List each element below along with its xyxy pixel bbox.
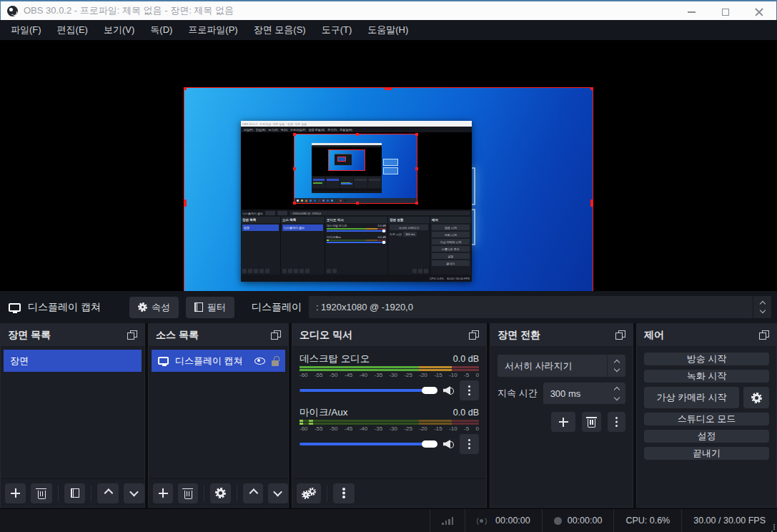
popout-dock-icon[interactable] xyxy=(271,330,281,340)
meter-tick-label: -45 xyxy=(345,372,353,378)
display-capture-source[interactable]: OBS 30.0.2 - 프로파일: 제목 없음 - 장면: 제목 없음 파일(… xyxy=(184,87,593,319)
menu-item-6[interactable]: 도구(T) xyxy=(314,20,360,40)
resize-handle-mid-left[interactable] xyxy=(184,200,187,207)
menu-item-0[interactable]: 파일(F) xyxy=(3,20,49,40)
scene-filters-button[interactable] xyxy=(64,483,85,503)
add-transition-button[interactable] xyxy=(551,412,575,432)
resize-handle-top-right[interactable] xyxy=(590,87,593,90)
captured-capture-region-level3 xyxy=(328,149,365,171)
menu-item-5[interactable]: 장면 모음(S) xyxy=(246,20,314,40)
channel-options-button[interactable] xyxy=(460,380,479,400)
select-carets-icon xyxy=(753,296,771,318)
virtual-camera-settings-button[interactable] xyxy=(743,387,769,408)
controls-dock: 제어 방송 시작 녹화 시작 가상 카메라 시작 스튜디오 모드 설정 끝내기 xyxy=(636,323,777,508)
meter-tick-label: -40 xyxy=(360,425,368,432)
cpu-usage: CPU: 0.6% xyxy=(614,509,681,532)
duration-spinner[interactable]: 300 ms xyxy=(543,383,625,404)
audio-level-meter xyxy=(300,369,479,371)
captured-menu-bar: 파일(F)편집(E)보기(V)독(D)프로파일(P)장면 모음(S)도구(T)도… xyxy=(241,127,472,132)
audio-level-meter xyxy=(300,420,479,422)
scene-list-item[interactable]: 장면 xyxy=(4,350,142,372)
move-source-down-button[interactable] xyxy=(268,483,288,503)
filter-icon xyxy=(71,488,79,498)
move-source-up-button[interactable] xyxy=(243,483,263,503)
captured-control-button: 끝내기 xyxy=(432,260,470,266)
exit-button[interactable]: 끝내기 xyxy=(644,447,769,460)
remove-scene-button[interactable] xyxy=(31,483,51,503)
speaker-icon[interactable] xyxy=(443,440,455,449)
meter-tick-label: 0 xyxy=(475,372,478,378)
display-select[interactable]: : 1920x1080 @ -1920,0 xyxy=(309,296,771,318)
advanced-audio-button[interactable] xyxy=(297,483,321,503)
captured-capture-region xyxy=(294,134,417,204)
menu-item-3[interactable]: 독(D) xyxy=(142,20,180,40)
meter-tick-label: -35 xyxy=(375,425,383,432)
record-timer: 00:00:00 xyxy=(543,509,614,532)
resize-handle-top-center[interactable] xyxy=(385,87,392,90)
start-recording-button[interactable]: 녹화 시작 xyxy=(644,370,769,383)
visibility-eye-icon[interactable] xyxy=(254,358,265,365)
popout-dock-icon[interactable] xyxy=(127,330,137,340)
resize-handle-top-left[interactable] xyxy=(184,87,187,90)
resize-handle-mid-right[interactable] xyxy=(590,200,593,207)
captured-menu-item: 편집(E) xyxy=(254,128,267,132)
volume-slider-knob[interactable] xyxy=(422,440,437,448)
volume-slider[interactable] xyxy=(300,389,438,392)
audio-level-meter xyxy=(300,366,479,368)
filters-button[interactable]: 필터 xyxy=(186,297,234,318)
popout-dock-icon[interactable] xyxy=(615,330,625,340)
volume-db-value: 0.0 dB xyxy=(453,408,479,418)
maximize-button[interactable] xyxy=(708,3,742,21)
kebab-menu-icon xyxy=(468,385,471,396)
scenes-dock: 장면 목록 장면 xyxy=(0,323,145,508)
transition-options-button[interactable] xyxy=(608,412,625,432)
meter-tick-label: -20 xyxy=(419,425,427,432)
sources-toolbar xyxy=(149,478,288,507)
captured-control-button: 가상 카메라 시작 xyxy=(432,239,470,245)
channel-options-button[interactable] xyxy=(460,434,479,454)
menu-item-2[interactable]: 보기(V) xyxy=(96,20,142,40)
display-label: 디스플레이 xyxy=(252,301,302,314)
close-button[interactable] xyxy=(742,3,776,21)
transition-select[interactable]: 서서히 사라지기 xyxy=(498,355,625,377)
meter-tick-label: -5 xyxy=(464,425,469,432)
menu-item-4[interactable]: 프로파일(P) xyxy=(180,20,245,40)
volume-slider[interactable] xyxy=(300,443,438,445)
add-source-button[interactable] xyxy=(153,483,173,503)
menu-item-7[interactable]: 도움말(H) xyxy=(360,20,416,40)
move-scene-down-button[interactable] xyxy=(124,483,144,503)
source-properties-button[interactable] xyxy=(210,483,230,503)
minimize-icon xyxy=(688,11,696,13)
plus-icon xyxy=(559,418,568,427)
volume-slider-knob[interactable] xyxy=(422,387,437,394)
select-carets-icon xyxy=(607,355,625,377)
start-virtual-camera-button[interactable]: 가상 카메라 시작 xyxy=(644,387,739,408)
settings-button[interactable]: 설정 xyxy=(644,430,769,443)
remove-source-button[interactable] xyxy=(178,483,198,503)
properties-button[interactable]: 속성 xyxy=(129,297,179,318)
menu-bar: 파일(F)편집(E)보기(V)독(D)프로파일(P)장면 모음(S)도구(T)도… xyxy=(0,20,777,40)
menu-item-1[interactable]: 편집(E) xyxy=(49,20,96,40)
start-streaming-button[interactable]: 방송 시작 xyxy=(644,353,769,365)
remove-transition-button[interactable] xyxy=(582,412,601,432)
source-list-item[interactable]: 디스플레이 캡쳐 xyxy=(152,350,285,372)
unlock-icon[interactable] xyxy=(272,360,279,366)
add-scene-button[interactable] xyxy=(5,483,26,503)
bandwidth-indicator xyxy=(430,509,465,532)
move-scene-up-button[interactable] xyxy=(97,483,118,503)
captured-control-button: 스튜디오 모드 xyxy=(432,246,470,252)
meter-tick-label: -20 xyxy=(419,372,427,378)
popout-dock-icon[interactable] xyxy=(759,330,769,340)
meter-tick-label: -25 xyxy=(404,425,412,432)
mixer-options-button[interactable] xyxy=(333,483,355,503)
studio-mode-button[interactable]: 스튜디오 모드 xyxy=(644,413,769,425)
captured-obs-window: OBS 30.0.2 - 프로파일: 제목 없음 - 장면: 제목 없음 파일(… xyxy=(241,121,472,282)
resize-grip[interactable] xyxy=(768,523,775,530)
captured-control-button: 설정 xyxy=(432,253,470,259)
sources-dock: 소스 목록 디스플레이 캡쳐 xyxy=(148,323,289,508)
minimize-button[interactable] xyxy=(675,3,708,21)
preview-area: OBS 30.0.2 - 프로파일: 제목 없음 - 장면: 제목 없음 파일(… xyxy=(0,40,777,291)
speaker-icon[interactable] xyxy=(443,386,455,395)
meter-tick-label: -15 xyxy=(434,425,442,432)
popout-dock-icon[interactable] xyxy=(469,330,479,340)
